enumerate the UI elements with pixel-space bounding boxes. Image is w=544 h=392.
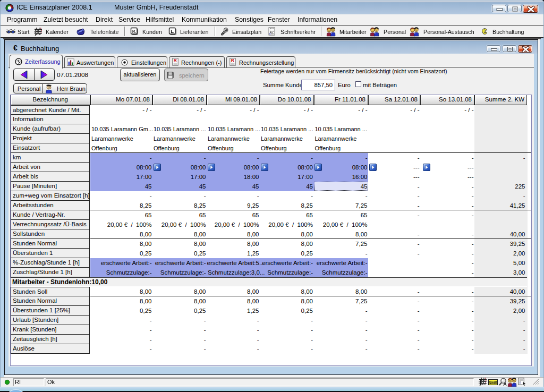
svg-text:K: K [132,28,136,34]
svg-text:A: A [503,381,507,387]
svg-text:€: € [482,27,487,36]
svg-text:SMS: SMS [488,380,498,385]
svg-text:L: L [171,28,174,34]
svg-text:R: R [174,58,177,63]
svg-text:R: R [231,58,234,63]
